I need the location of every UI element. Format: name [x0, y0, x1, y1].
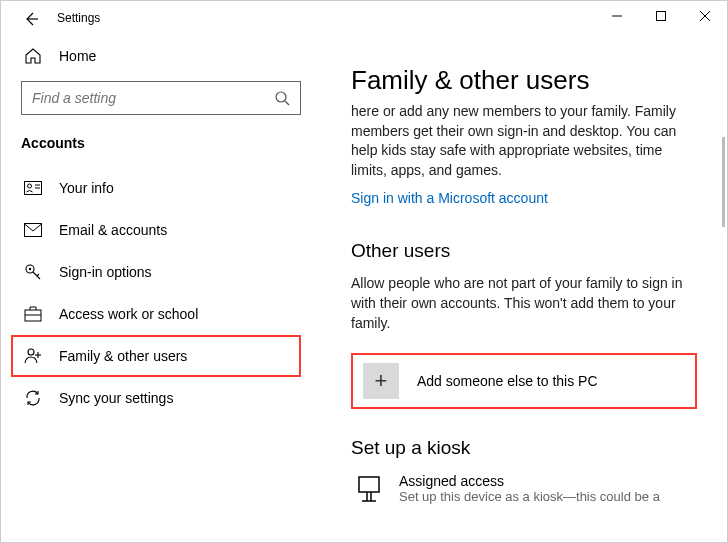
svg-rect-2: [657, 12, 666, 21]
kiosk-icon: [351, 473, 387, 505]
sidebar-item-label: Family & other users: [59, 348, 187, 364]
minimize-button[interactable]: [595, 1, 639, 31]
key-icon: [21, 263, 45, 281]
sidebar-section-header: Accounts: [21, 135, 301, 151]
search-input[interactable]: [21, 81, 301, 115]
sidebar-item-label: Access work or school: [59, 306, 198, 322]
svg-point-5: [276, 92, 286, 102]
window-title: Settings: [47, 1, 100, 25]
sidebar-item-email[interactable]: Email & accounts: [21, 209, 301, 251]
other-users-title: Other users: [351, 240, 697, 262]
svg-line-15: [37, 274, 39, 276]
svg-point-18: [28, 349, 34, 355]
mail-icon: [21, 223, 45, 237]
add-someone-button[interactable]: + Add someone else to this PC: [351, 353, 697, 409]
sidebar-item-label: Sign-in options: [59, 264, 152, 280]
sidebar-item-work[interactable]: Access work or school: [21, 293, 301, 335]
back-button[interactable]: [15, 3, 47, 35]
svg-point-8: [28, 184, 32, 188]
family-description: here or add any new members to your fami…: [351, 102, 697, 180]
svg-point-13: [29, 268, 31, 270]
assigned-access-subtitle: Set up this device as a kiosk—this could…: [399, 489, 660, 504]
nav-home[interactable]: Home: [21, 37, 301, 75]
svg-rect-21: [359, 477, 379, 492]
assigned-access-title: Assigned access: [399, 473, 660, 489]
sidebar-item-label: Sync your settings: [59, 390, 173, 406]
sidebar-item-signin[interactable]: Sign-in options: [21, 251, 301, 293]
sidebar-item-label: Your info: [59, 180, 114, 196]
svg-line-6: [285, 101, 289, 105]
assigned-access-item[interactable]: Assigned access Set up this device as a …: [351, 473, 697, 505]
search-field[interactable]: [32, 90, 274, 106]
other-users-description: Allow people who are not part of your fa…: [351, 274, 697, 333]
sidebar-item-family[interactable]: Family & other users: [11, 335, 301, 377]
svg-line-14: [33, 272, 40, 279]
home-icon: [21, 47, 45, 65]
scrollbar[interactable]: [722, 137, 725, 227]
sync-icon: [21, 389, 45, 407]
signin-link[interactable]: Sign in with a Microsoft account: [351, 190, 548, 206]
people-icon: [21, 347, 45, 365]
plus-icon: +: [363, 363, 399, 399]
kiosk-title: Set up a kiosk: [351, 437, 697, 459]
svg-rect-11: [25, 224, 42, 237]
maximize-button[interactable]: [639, 1, 683, 31]
sidebar-item-sync[interactable]: Sync your settings: [21, 377, 301, 419]
main-content: Family & other users here or add any new…: [321, 37, 727, 542]
search-icon: [274, 90, 290, 106]
badge-icon: [21, 181, 45, 195]
add-someone-label: Add someone else to this PC: [417, 373, 598, 389]
sidebar-item-your-info[interactable]: Your info: [21, 167, 301, 209]
sidebar: Home Accounts Your info Email & accounts: [1, 37, 321, 542]
briefcase-icon: [21, 306, 45, 322]
page-title: Family & other users: [351, 65, 697, 96]
sidebar-item-label: Email & accounts: [59, 222, 167, 238]
nav-home-label: Home: [59, 48, 96, 64]
close-button[interactable]: [683, 1, 727, 31]
